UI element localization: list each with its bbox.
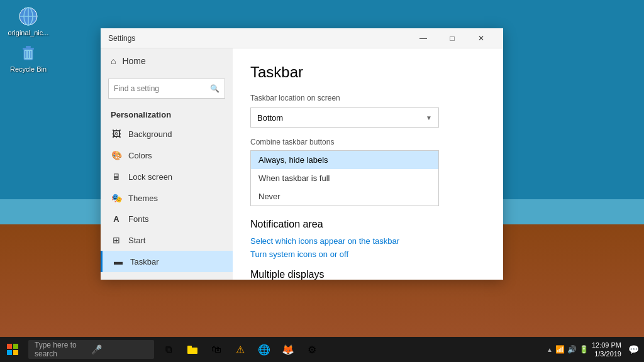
settings-taskbar-button[interactable]: ⚙ (301, 338, 323, 361)
fonts-icon: A (111, 214, 122, 224)
svg-rect-13 (13, 350, 18, 355)
taskbar: Type here to search 🎤 ⧉ 🛍 ⚠ 🌐 🦊 ⚙ ▲ 📶 🔊 … (0, 337, 644, 362)
sidebar-search-box[interactable]: 🔍 (108, 79, 225, 99)
lock-screen-icon: 🖥 (111, 172, 122, 182)
store-button[interactable]: 🛍 (205, 338, 228, 361)
taskbar-right-area: ▲ 📶 🔊 🔋 12:09 PM 1/3/2019 💬 (547, 341, 644, 359)
file-explorer-button[interactable] (181, 338, 204, 361)
sidebar-item-fonts[interactable]: A Fonts (101, 209, 233, 229)
search-icon: 🔍 (210, 84, 219, 93)
combine-buttons-label: Combine taskbar buttons (250, 138, 486, 146)
taskbar-search-text: Type here to search (35, 341, 91, 358)
taskbar-location-value: Bottom (257, 113, 283, 123)
taskbar-clock[interactable]: 12:09 PM 1/3/2019 (592, 341, 625, 359)
network-icon (18, 6, 38, 26)
background-label: Background (128, 129, 172, 139)
warning-button[interactable]: ⚠ (229, 338, 252, 361)
taskbar-apps-area: ⧉ 🛍 ⚠ 🌐 🦊 ⚙ (157, 338, 323, 361)
sidebar-item-lock-screen[interactable]: 🖥 Lock screen (101, 166, 233, 187)
network-tray-icon[interactable]: 📶 (555, 345, 565, 354)
action-center-icon[interactable]: 💬 (628, 344, 639, 354)
start-icon: ⊞ (111, 235, 122, 245)
sidebar-item-taskbar[interactable]: ▬ Taskbar (101, 251, 233, 272)
up-arrow-icon[interactable]: ▲ (547, 346, 553, 353)
window-controls: — □ ✕ (409, 28, 496, 48)
home-label: Home (122, 56, 145, 66)
recycle-bin-icon-label: Recycle Bin (10, 65, 47, 73)
combine-option-always[interactable]: Always, hide labels (251, 151, 438, 169)
taskbar-location-label: Taskbar location on screen (250, 94, 486, 102)
sidebar-section-title: Personalization (101, 104, 233, 123)
themes-icon: 🎭 (111, 193, 122, 203)
svg-rect-6 (26, 46, 31, 48)
recycle-bin-icon (18, 43, 38, 63)
network-icon-label: original_nic... (8, 29, 49, 36)
fonts-label: Fonts (128, 214, 149, 224)
minimize-button[interactable]: — (409, 28, 438, 48)
window-title: Settings (108, 34, 409, 43)
sidebar-item-themes[interactable]: 🎭 Themes (101, 187, 233, 209)
recycle-bin-desktop-icon[interactable]: Recycle Bin (6, 43, 50, 73)
main-content-area: Taskbar Taskbar location on screen Botto… (233, 48, 503, 280)
taskbar-label: Taskbar (130, 257, 159, 266)
background-icon: 🖼 (111, 129, 122, 139)
firefox-button[interactable]: 🦊 (277, 338, 299, 361)
start-button[interactable] (0, 337, 25, 362)
close-button[interactable]: ✕ (467, 28, 496, 48)
combine-buttons-list: Always, hide labels When taskbar is full… (250, 150, 439, 206)
file-explorer-icon (186, 343, 199, 356)
sidebar-item-home[interactable]: ⌂ Home (101, 48, 233, 74)
taskbar-search-box[interactable]: Type here to search 🎤 (28, 340, 154, 359)
system-tray-icons: ▲ 📶 🔊 🔋 (547, 345, 589, 354)
combine-option-never[interactable]: Never (251, 187, 438, 206)
network-desktop-icon[interactable]: original_nic... (6, 6, 50, 36)
lock-screen-label: Lock screen (128, 172, 172, 182)
window-body: ⌂ Home 🔍 Personalization 🖼 Background 🎨 … (101, 48, 503, 280)
svg-rect-10 (7, 344, 12, 349)
taskbar-location-dropdown[interactable]: Bottom ▼ (250, 107, 439, 128)
settings-window: Settings — □ ✕ ⌂ Home 🔍 Personalization … (101, 28, 503, 280)
task-view-button[interactable]: ⧉ (157, 338, 180, 361)
sidebar-item-start[interactable]: ⊞ Start (101, 229, 233, 251)
svg-rect-11 (13, 344, 18, 349)
page-title: Taskbar (250, 63, 486, 81)
combine-option-when-full[interactable]: When taskbar is full (251, 169, 438, 187)
sidebar-item-background[interactable]: 🖼 Background (101, 123, 233, 145)
sidebar-search-input[interactable] (114, 84, 210, 93)
clock-date: 1/3/2019 (594, 349, 621, 358)
svg-rect-5 (23, 48, 34, 50)
battery-icon[interactable]: 🔋 (579, 345, 589, 354)
chevron-down-icon: ▼ (426, 114, 432, 121)
clock-time: 12:09 PM (592, 341, 621, 349)
windows-logo-icon (7, 344, 18, 355)
volume-icon[interactable]: 🔊 (567, 345, 577, 354)
themes-label: Themes (128, 194, 158, 203)
colors-label: Colors (128, 151, 152, 160)
microphone-icon: 🎤 (91, 344, 148, 354)
desktop-icons-area: original_nic... Recycle Bin (6, 6, 50, 79)
sidebar-item-colors[interactable]: 🎨 Colors (101, 145, 233, 166)
sidebar: ⌂ Home 🔍 Personalization 🖼 Background 🎨 … (101, 48, 233, 280)
notification-link-2[interactable]: Turn system icons on or off (250, 250, 486, 259)
taskbar-icon: ▬ (113, 256, 124, 266)
home-icon: ⌂ (111, 56, 116, 66)
notification-link-1[interactable]: Select which icons appear on the taskbar (250, 236, 486, 246)
svg-rect-15 (187, 348, 197, 354)
window-titlebar: Settings — □ ✕ (101, 28, 503, 48)
maximize-button[interactable]: □ (438, 28, 467, 48)
svg-rect-12 (7, 350, 12, 355)
notification-area-title: Notification area (250, 219, 486, 230)
multiple-displays-title: Multiple displays (250, 269, 486, 280)
start-label: Start (128, 236, 145, 245)
colors-icon: 🎨 (111, 150, 122, 160)
edge-button[interactable]: 🌐 (253, 338, 275, 361)
